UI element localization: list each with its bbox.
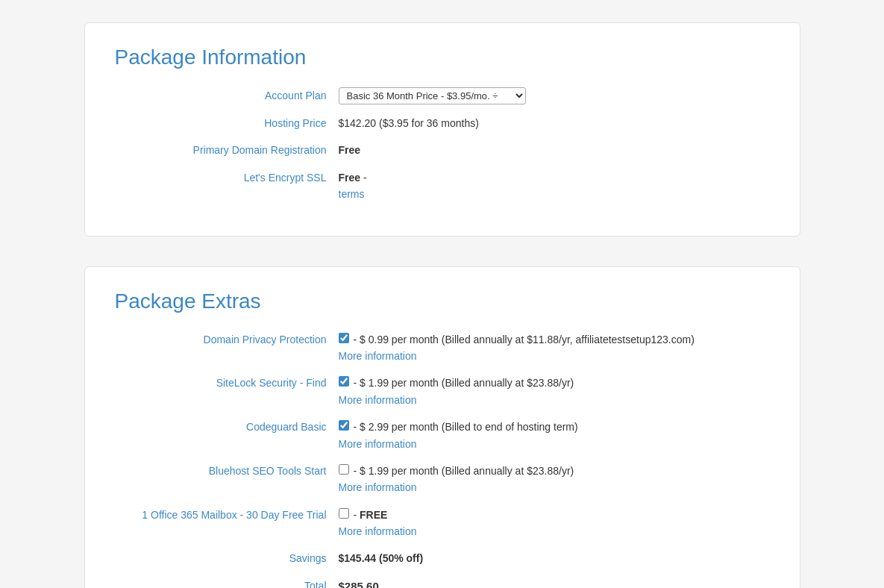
sitelock-description: - $ 1.99 per month (Billed annually at $… <box>354 375 574 391</box>
package-info-title: Package Information <box>115 46 770 69</box>
hosting-price-value: $142.20 ($3.95 for 36 months) <box>339 115 479 131</box>
total-label: Total <box>115 578 339 588</box>
office365-value: - FREE More information <box>339 507 417 540</box>
bluehost-seo-checkbox[interactable] <box>339 464 349 475</box>
account-plan-value: Basic 36 Month Price - $3.95/mo. ÷ <box>339 87 526 104</box>
account-plan-row: Account Plan Basic 36 Month Price - $3.9… <box>115 87 770 104</box>
codeguard-checkbox-row: - $ 2.99 per month (Billed to end of hos… <box>339 419 578 435</box>
codeguard-description: - $ 2.99 per month (Billed to end of hos… <box>354 419 578 435</box>
lets-encrypt-free: Free <box>339 172 361 184</box>
office365-row: 1 Office 365 Mailbox - 30 Day Free Trial… <box>115 507 770 540</box>
account-plan-label: Account Plan <box>115 87 339 104</box>
sitelock-more-info[interactable]: More information <box>339 392 574 408</box>
domain-privacy-checkbox-row: - $ 0.99 per month (Billed annually at $… <box>339 331 695 348</box>
primary-domain-row: Primary Domain Registration Free <box>115 142 770 158</box>
hosting-price-label: Hosting Price <box>115 115 339 131</box>
bluehost-seo-label: Bluehost SEO Tools Start <box>115 463 339 479</box>
package-extras-card: Package Extras Domain Privacy Protection… <box>84 266 800 588</box>
office365-checkbox-row: - FREE <box>339 507 417 523</box>
lets-encrypt-row: Let's Encrypt SSL Free - terms <box>115 169 770 203</box>
bluehost-seo-checkbox-row: - $ 1.99 per month (Billed annually at $… <box>339 463 574 479</box>
bluehost-seo-more-info[interactable]: More information <box>339 479 574 495</box>
lets-encrypt-terms-link[interactable]: terms <box>339 186 367 202</box>
codeguard-value: - $ 2.99 per month (Billed to end of hos… <box>339 419 578 452</box>
primary-domain-free: Free <box>339 144 361 156</box>
codeguard-more-info[interactable]: More information <box>339 436 578 452</box>
primary-domain-value: Free <box>339 142 361 158</box>
domain-privacy-more-info[interactable]: More information <box>339 348 695 364</box>
codeguard-label: Codeguard Basic <box>115 419 339 435</box>
savings-label: Savings <box>115 550 339 566</box>
hosting-price-row: Hosting Price $142.20 ($3.95 for 36 mont… <box>115 115 770 131</box>
office365-description: - FREE <box>354 507 388 523</box>
office365-checkbox[interactable] <box>339 508 349 519</box>
domain-privacy-value: - $ 0.99 per month (Billed annually at $… <box>339 331 695 365</box>
bluehost-seo-value: - $ 1.99 per month (Billed annually at $… <box>339 463 574 496</box>
sitelock-checkbox[interactable] <box>339 376 349 387</box>
savings-value: $145.44 (50% off) <box>339 550 424 566</box>
package-information-card: Package Information Account Plan Basic 3… <box>84 22 800 237</box>
sitelock-value: - $ 1.99 per month (Billed annually at $… <box>339 375 574 408</box>
lets-encrypt-label: Let's Encrypt SSL <box>115 169 339 186</box>
bluehost-seo-description: - $ 1.99 per month (Billed annually at $… <box>354 463 574 479</box>
total-row: Total $285.60 <box>115 578 770 588</box>
lets-encrypt-value: Free - terms <box>339 169 367 203</box>
codeguard-row: Codeguard Basic - $ 2.99 per month (Bill… <box>115 419 770 452</box>
sitelock-label: SiteLock Security - Find <box>115 375 339 391</box>
domain-privacy-label: Domain Privacy Protection <box>115 331 339 348</box>
account-plan-select[interactable]: Basic 36 Month Price - $3.95/mo. ÷ <box>339 87 526 104</box>
sitelock-row: SiteLock Security - Find - $ 1.99 per mo… <box>115 375 770 408</box>
sitelock-checkbox-row: - $ 1.99 per month (Billed annually at $… <box>339 375 574 391</box>
domain-privacy-description: - $ 0.99 per month (Billed annually at $… <box>354 331 695 348</box>
codeguard-checkbox[interactable] <box>339 420 349 431</box>
lets-encrypt-dash: - <box>363 172 367 184</box>
office365-label: 1 Office 365 Mailbox - 30 Day Free Trial <box>115 507 339 523</box>
total-value: $285.60 <box>339 578 379 588</box>
office365-more-info[interactable]: More information <box>339 523 417 539</box>
savings-row: Savings $145.44 (50% off) <box>115 550 770 566</box>
domain-privacy-checkbox[interactable] <box>339 333 349 343</box>
bluehost-seo-row: Bluehost SEO Tools Start - $ 1.99 per mo… <box>115 463 770 496</box>
primary-domain-label: Primary Domain Registration <box>115 142 339 158</box>
domain-privacy-row: Domain Privacy Protection - $ 0.99 per m… <box>115 331 770 365</box>
package-extras-title: Package Extras <box>115 290 770 313</box>
